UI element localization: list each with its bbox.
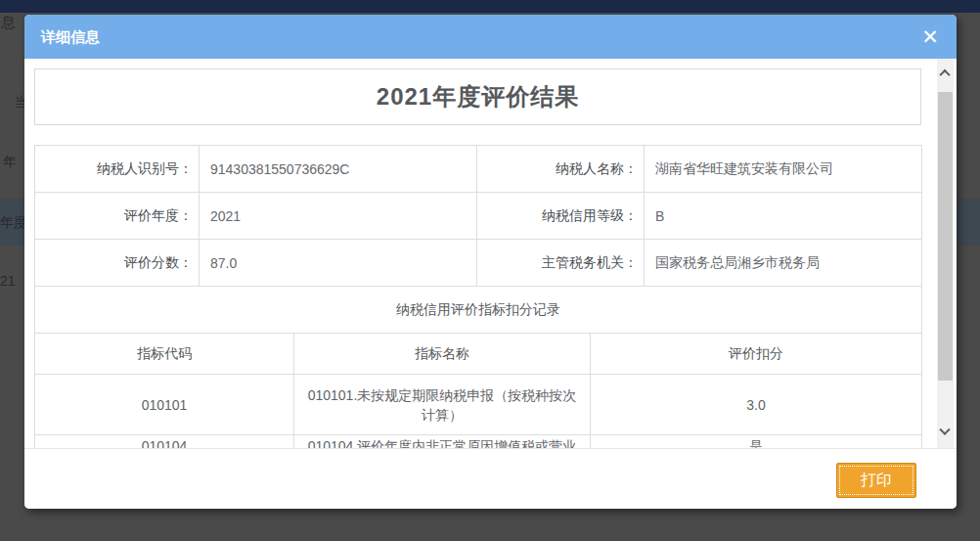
taxpayer-name-label: 纳税人名称： xyxy=(477,146,645,193)
deduction-score: 3.0 xyxy=(591,375,922,435)
table-row: 010104 010104.评价年度内非正常原因增值税或营业税 是 xyxy=(35,435,922,449)
print-button[interactable]: 打印 xyxy=(836,463,916,498)
scroll-down-icon[interactable] xyxy=(941,428,950,437)
column-header-code: 指标代码 xyxy=(35,334,294,375)
background-text-fragment: 年度 xyxy=(0,214,27,232)
table-header-row: 指标代码 指标名称 评价扣分 xyxy=(35,334,922,375)
scroll-up-icon[interactable] xyxy=(941,69,950,78)
eval-score-value: 87.0 xyxy=(200,240,477,287)
background-text-fragment: 年 xyxy=(3,154,17,171)
table-row: 010101 010101.未按规定期限纳税申报（按税种按次计算） 3.0 xyxy=(35,375,922,435)
taxpayer-info-table: 纳税人识别号： 91430381550736629C 纳税人名称： 湖南省华旺建… xyxy=(34,145,922,334)
background-top-bar xyxy=(0,0,980,13)
table-row: 纳税信用评价指标扣分记录 xyxy=(35,287,922,334)
taxpayer-id-label: 纳税人识别号： xyxy=(35,146,200,193)
scrollbar-thumb[interactable] xyxy=(938,92,953,381)
page-overlay: 息 当 年 年度 21 详细信息 ✕ 2021年度评价结果 纳税人识别号： 91… xyxy=(0,0,980,541)
deduction-code: 010104 xyxy=(35,435,294,449)
dialog-body: 2021年度评价结果 纳税人识别号： 91430381550736629C 纳税… xyxy=(24,59,957,448)
report-title: 2021年度评价结果 xyxy=(377,81,579,113)
vertical-scrollbar[interactable] xyxy=(937,59,954,448)
dialog-content: 2021年度评价结果 纳税人识别号： 91430381550736629C 纳税… xyxy=(34,68,921,448)
credit-grade-label: 纳税信用等级： xyxy=(477,193,645,240)
deduction-code: 010101 xyxy=(35,375,294,435)
column-header-name: 指标名称 xyxy=(294,334,591,375)
deduction-section-title: 纳税信用评价指标扣分记录 xyxy=(35,287,922,334)
dialog-footer: 打印 xyxy=(24,448,957,509)
taxpayer-id-value: 91430381550736629C xyxy=(200,146,477,193)
eval-score-label: 评价分数： xyxy=(35,240,200,287)
report-title-box: 2021年度评价结果 xyxy=(34,68,921,125)
table-row: 评价年度： 2021 纳税信用等级： B xyxy=(35,193,922,240)
column-header-score: 评价扣分 xyxy=(591,334,922,375)
eval-year-value: 2021 xyxy=(200,193,477,240)
credit-grade-value: B xyxy=(645,193,922,240)
deduction-table: 指标代码 指标名称 评价扣分 010101 010101.未按规定期限纳税申报（… xyxy=(34,333,922,448)
table-row: 评价分数： 87.0 主管税务机关： 国家税务总局湘乡市税务局 xyxy=(35,240,922,287)
background-text-fragment: 息 xyxy=(1,14,16,32)
deduction-score: 是 xyxy=(591,435,922,449)
taxpayer-name-value: 湖南省华旺建筑安装有限公司 xyxy=(645,146,922,193)
dialog-title: 详细信息 xyxy=(41,15,100,59)
table-row: 纳税人识别号： 91430381550736629C 纳税人名称： 湖南省华旺建… xyxy=(35,146,922,193)
tax-authority-value: 国家税务总局湘乡市税务局 xyxy=(645,240,922,287)
deduction-name: 010101.未按规定期限纳税申报（按税种按次计算） xyxy=(294,375,591,435)
background-text-fragment: 21 xyxy=(0,273,16,289)
deduction-name: 010104.评价年度内非正常原因增值税或营业税 xyxy=(294,435,591,449)
close-icon[interactable]: ✕ xyxy=(917,24,943,50)
detail-dialog: 详细信息 ✕ 2021年度评价结果 纳税人识别号： 91430381550736… xyxy=(24,15,957,509)
tax-authority-label: 主管税务机关： xyxy=(477,240,645,287)
dialog-header[interactable]: 详细信息 ✕ xyxy=(24,15,957,59)
eval-year-label: 评价年度： xyxy=(35,193,200,240)
